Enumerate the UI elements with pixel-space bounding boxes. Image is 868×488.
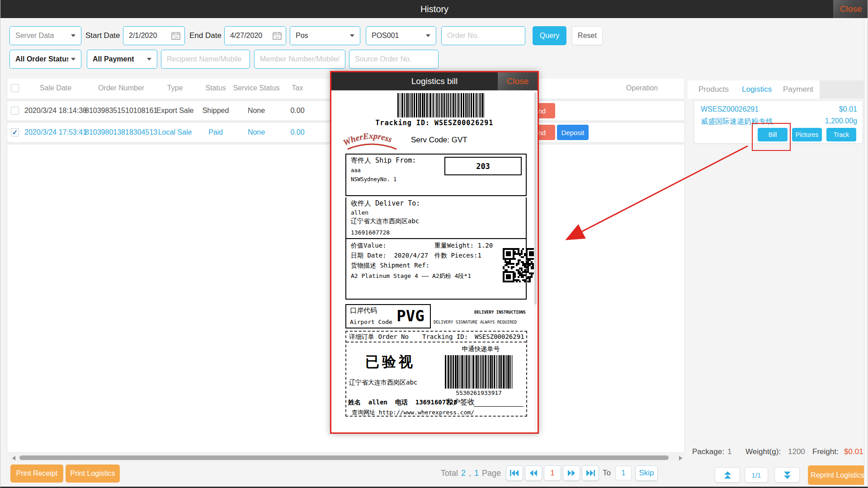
pos-number-select[interactable]: POS001 [366,26,436,45]
tab-products[interactable]: Products [698,80,729,99]
deliver-to-name: allen [351,209,368,216]
date-line: 日期 Date: 2020/4/27 [351,252,428,260]
scrollbar-thumb[interactable] [19,455,669,460]
cell-sale-date: 2020/3/24 18:14:38 [24,101,87,120]
order-status-select[interactable]: All Order Status [9,50,81,69]
freight-value: $0.01 [844,447,863,456]
col-type: Type [150,79,200,98]
print-receipt-button[interactable]: Print Receipt [10,465,63,483]
zone-code-box: 203 [444,157,522,175]
goto-page-input[interactable] [615,466,632,480]
pagination-summary: Total 2 , 1 Page [441,465,501,481]
detail-order-header: 详细订单 Order No Tracking ID: WSESZ00026291 [346,332,526,343]
order-no-input[interactable] [441,26,525,45]
cell-order-number: 810398013818304513 [85,123,157,142]
col-tax: Tax [279,79,316,98]
cell-status: Shipped [198,101,234,120]
caret-down-icon [71,58,75,61]
window-close-button[interactable]: Close [833,0,868,18]
reset-button[interactable]: Reset [572,26,603,45]
recipient-input[interactable] [161,50,250,69]
deliver-to-address: 辽宁省大连市西岗区abc [351,217,419,225]
bill-button[interactable]: Bill [758,128,788,141]
skip-button[interactable]: Skip [635,465,658,481]
recipient-line: 姓名 allen 电话 13691607728 [348,399,457,407]
pictures-button[interactable]: Pictures [792,128,822,141]
last-page-button[interactable] [582,465,599,481]
freight-label: Freight: [812,447,839,456]
value-label: 价值Value: [351,242,387,250]
weight-label: Weight(g): [745,447,781,456]
tab-logistics[interactable]: Logistics [742,80,772,99]
next-page-button[interactable] [563,465,580,481]
cell-type: Local Sale [150,123,200,142]
col-sale-date: Sale Date [24,79,87,98]
signature-line [474,406,524,407]
detail-address: 辽宁省大连市西岗区abc [349,379,417,387]
page-count: 1 [474,469,479,478]
modal-scrollbar[interactable] [534,91,537,431]
window-scrollbar-track[interactable] [864,18,868,488]
start-date-label: Start Date [85,26,120,45]
row-checkbox-checked[interactable] [11,128,19,136]
calendar-icon[interactable]: 14 [273,32,282,40]
card-weight: 1,200.00g [825,117,857,125]
website-line: 查询网址 http://www.wherexpress.com/ [352,408,474,417]
next-page-icon [567,469,576,477]
ship-from-label: 寄件人 Ship From: [351,156,416,165]
pos-select[interactable]: Pos [290,26,360,45]
current-page-button[interactable]: 1 [544,465,561,481]
airport-code-value: PVG [392,307,429,325]
double-chevron-up-icon [724,471,731,479]
select-all-checkbox[interactable] [11,84,19,92]
member-input[interactable] [254,50,345,69]
deliver-to-phone: 13691607728 [351,229,390,236]
page-title: History [0,0,868,18]
card-service-name: 威盛国际速递奶粉专线 [701,117,773,127]
query-button[interactable]: Query [533,26,566,45]
payment-select[interactable]: All Payment [87,50,157,69]
shipment-ref-value: A2 Platinum Stage 4 —— A2奶粉 4段*1 [351,272,471,280]
deliver-to-label: 收件人 Deliver To: [351,199,420,208]
print-logistics-button[interactable]: Print Logistics [66,465,120,483]
tab-payment[interactable]: Payment [783,80,813,99]
logistics-label: Tracking ID: WSESZ00026291 WherExpress S… [331,90,538,432]
row-checkbox[interactable] [11,107,19,115]
col-status: Status [198,79,234,98]
last-page-icon [585,469,595,477]
server-data-value: Server Data [15,32,68,40]
qr-code [503,248,537,282]
deliver-to-box: 收件人 Deliver To: allen 辽宁省大连市西岗区abc 13691… [345,197,527,239]
logistics-prev-button[interactable] [715,467,740,483]
cell-type: Export Sale [150,101,200,120]
cell-service-status: None [231,101,281,120]
double-chevron-down-icon [783,471,791,479]
separator: , [469,469,471,478]
server-data-select[interactable]: Server Data [9,26,81,45]
modal-close-button[interactable]: Close [498,72,538,90]
logistics-next-button[interactable] [774,467,800,483]
card-freight: $0.01 [839,105,857,113]
title-bar: History Close [0,0,868,18]
svg-text:WherExpress: WherExpress [341,131,393,148]
scroll-right-icon[interactable] [679,456,682,460]
col-operation: Operation [608,79,676,98]
scroll-left-icon[interactable] [12,456,15,460]
track-button[interactable]: Track [826,128,856,141]
source-order-input[interactable] [349,50,439,69]
courier-barcode [445,355,513,389]
horizontal-scrollbar[interactable] [10,454,684,461]
order-no-label: 详细订单 Order No [349,333,409,341]
modal-scrollbar-thumb[interactable] [534,92,537,305]
prev-page-button[interactable] [525,465,542,481]
logistics-bill-modal: Logistics bill Close Tracking ID: WSESZ0… [330,71,539,434]
col-order-number: Order Number [85,79,157,98]
logistics-page-indicator[interactable]: 1/1 [745,467,768,483]
delivery-signature: DELIVERY SIGNATURE ALWAYS REQUIRED [434,320,517,324]
reprint-logistics-button[interactable]: Reprint Logistics [808,465,867,485]
first-page-button[interactable] [506,465,523,481]
first-page-icon [509,469,519,477]
calendar-icon[interactable]: 14 [171,32,180,40]
deposit-button[interactable]: Deposit [557,125,589,140]
total-label: Total [441,469,458,478]
